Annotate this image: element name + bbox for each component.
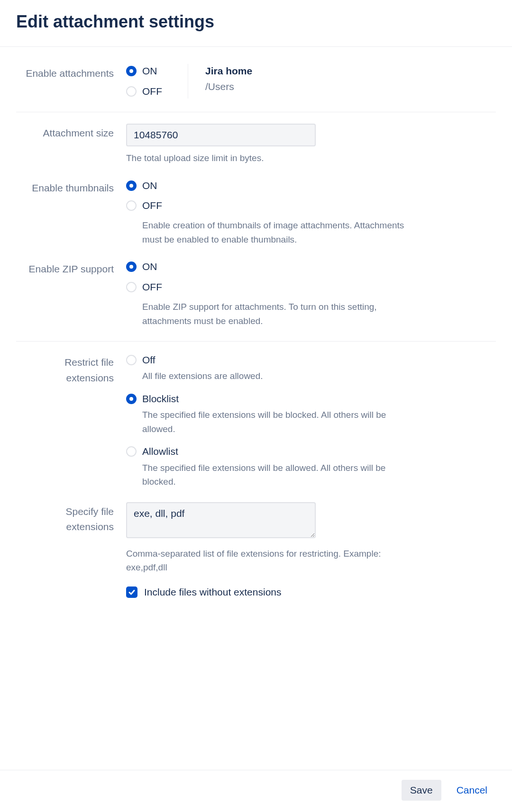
label-enable-attachments: Enable attachments bbox=[16, 64, 126, 81]
save-button[interactable]: Save bbox=[402, 780, 441, 801]
checkbox-include-no-ext[interactable]: Include files without extensions bbox=[126, 585, 496, 599]
section-enable-attachments: Enable attachments ON OFF Jira home /Use… bbox=[16, 47, 496, 112]
radio-thumbnails-off[interactable]: OFF bbox=[126, 198, 496, 213]
radio-restrict-off[interactable]: Off bbox=[126, 353, 496, 367]
label-restrict: Restrict file extensions bbox=[16, 353, 126, 386]
radio-enable-attachments-off[interactable]: OFF bbox=[126, 84, 178, 99]
thumbnails-help: Enable creation of thumbnails of image a… bbox=[142, 218, 408, 246]
radio-restrict-allowlist[interactable]: Allowlist bbox=[126, 444, 496, 459]
footer: Save Cancel bbox=[0, 770, 512, 812]
radio-enable-attachments-on[interactable]: ON bbox=[126, 64, 178, 78]
checkbox-icon bbox=[126, 586, 137, 598]
jira-home-info: Jira home /Users bbox=[205, 64, 252, 94]
radio-icon bbox=[126, 180, 137, 191]
radio-icon bbox=[126, 262, 137, 272]
radio-zip-off[interactable]: OFF bbox=[126, 280, 496, 294]
label-specify: Specify file extensions bbox=[16, 502, 126, 535]
label-attachment-size: Attachment size bbox=[16, 124, 126, 141]
section-attachment-options: Attachment size The total upload size li… bbox=[16, 112, 496, 342]
radio-icon bbox=[126, 86, 137, 97]
section-restrict: Restrict file extensions Off All file ex… bbox=[16, 342, 496, 613]
radio-thumbnails-on[interactable]: ON bbox=[126, 179, 496, 193]
radio-icon bbox=[126, 394, 137, 404]
cancel-button[interactable]: Cancel bbox=[448, 780, 496, 801]
radio-icon bbox=[126, 282, 137, 292]
page-title: Edit attachment settings bbox=[16, 9, 496, 34]
radio-icon bbox=[126, 355, 137, 365]
radio-icon bbox=[126, 200, 137, 211]
restrict-off-help: All file extensions are allowed. bbox=[142, 369, 393, 383]
radio-restrict-blocklist[interactable]: Blocklist bbox=[126, 392, 496, 406]
page-header: Edit attachment settings bbox=[0, 0, 512, 47]
label-enable-thumbnails: Enable thumbnails bbox=[16, 179, 126, 196]
attachment-size-help: The total upload size limit in bytes. bbox=[126, 151, 392, 165]
radio-zip-on[interactable]: ON bbox=[126, 260, 496, 274]
radio-icon bbox=[126, 446, 137, 457]
specify-help: Comma-separated list of file extensions … bbox=[126, 547, 392, 575]
radio-icon bbox=[126, 66, 137, 76]
vertical-divider bbox=[188, 64, 188, 99]
restrict-allow-help: The specified file extensions will be al… bbox=[142, 461, 393, 489]
restrict-block-help: The specified file extensions will be bl… bbox=[142, 408, 393, 436]
attachment-size-input[interactable] bbox=[126, 124, 316, 146]
label-enable-zip: Enable ZIP support bbox=[16, 260, 126, 277]
specify-extensions-textarea[interactable] bbox=[126, 502, 316, 538]
zip-help: Enable ZIP support for attachments. To t… bbox=[142, 300, 408, 328]
